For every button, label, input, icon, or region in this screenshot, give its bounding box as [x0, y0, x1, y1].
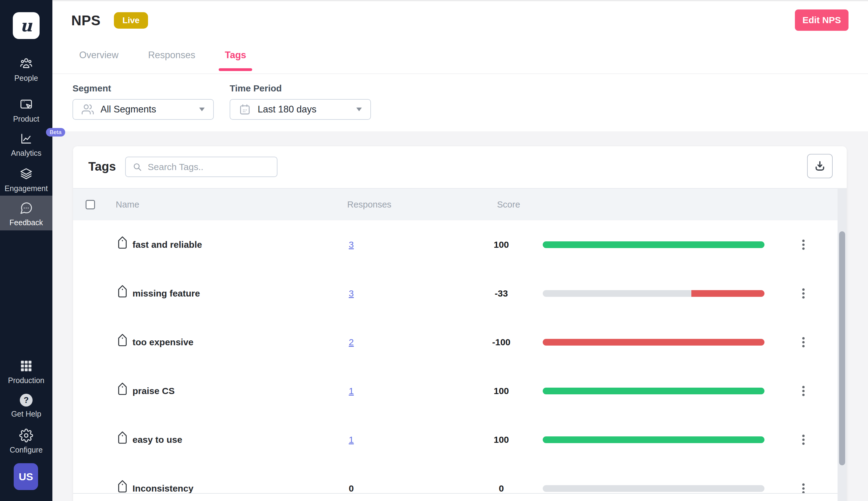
beta-badge: Beta: [46, 128, 65, 137]
tag-name: easy to use: [132, 415, 182, 464]
segment-filter: Segment All Segments: [73, 83, 214, 131]
product-icon: [19, 97, 33, 111]
sidebar-item-production[interactable]: Production: [0, 359, 52, 385]
tag-icon: [113, 382, 131, 399]
sidebar-item-label: Product: [0, 115, 52, 124]
column-header-responses: Responses: [347, 189, 391, 220]
content-area: Tags Name Responses Score fa: [52, 131, 868, 501]
score-bar-fill: [543, 339, 764, 345]
sidebar-item-label: Analytics: [0, 149, 52, 158]
tab-overview[interactable]: Overview: [79, 50, 119, 73]
tag-name: missing feature: [132, 269, 200, 318]
responses-count[interactable]: 1: [349, 366, 354, 415]
app-logo-glyph: u: [20, 16, 32, 35]
column-header-score: Score: [497, 189, 520, 220]
chevron-down-icon: [199, 108, 205, 111]
gear-icon: [19, 428, 33, 443]
sidebar-item-label: Production: [0, 376, 52, 385]
status-badge: Live: [114, 12, 148, 29]
page-header: NPS Live Edit NPS OverviewResponsesTags: [52, 1, 868, 74]
tag-name: fast and reliable: [132, 220, 202, 269]
score-value: 100: [480, 366, 523, 415]
tag-icon: [113, 430, 131, 448]
calendar-icon: [239, 103, 251, 116]
table-row[interactable]: praise CS 1 100: [73, 366, 847, 415]
table-header: Name Responses Score: [73, 188, 847, 220]
score-bar: [543, 290, 764, 297]
tag-search: [125, 157, 278, 177]
table-row[interactable]: fast and reliable 3 100: [73, 220, 847, 269]
sidebar-item-feedback[interactable]: Feedback: [0, 196, 52, 231]
score-bar-fill: [543, 241, 764, 248]
app-logo[interactable]: u: [13, 12, 40, 39]
edit-nps-button[interactable]: Edit NPS: [795, 9, 848, 31]
layers-icon: [19, 167, 33, 181]
chevron-down-icon: [356, 108, 362, 111]
responses-count[interactable]: 3: [349, 269, 354, 318]
sidebar-item-get-help[interactable]: ? Get Help: [0, 394, 52, 418]
score-bar: [543, 485, 764, 492]
time-period-label: Time Period: [230, 83, 371, 94]
workspace-avatar-label: US: [19, 471, 33, 483]
filter-bar: Segment All Segments Time Period Last 18…: [52, 74, 868, 131]
score-bar: [543, 339, 764, 345]
score-bar-fill: [543, 388, 764, 394]
sidebar-item-label: Engagement: [0, 184, 52, 193]
search-icon: [132, 161, 143, 172]
sidebar-item-label: Feedback: [0, 218, 52, 227]
sidebar-item-engagement[interactable]: Engagement: [0, 167, 52, 193]
segment-dropdown[interactable]: All Segments: [73, 99, 214, 120]
score-value: 100: [480, 220, 523, 269]
table-bottom-mask: [73, 494, 837, 501]
workspace-avatar[interactable]: US: [14, 463, 38, 490]
tag-name: praise CS: [132, 366, 174, 415]
score-value: -100: [480, 318, 523, 366]
sidebar-item-product[interactable]: Product: [0, 97, 52, 124]
users-icon: [82, 103, 94, 116]
card-title: Tags: [88, 160, 116, 173]
time-period-filter: Time Period Last 180 days: [230, 83, 371, 131]
tab-bar: OverviewResponsesTags: [79, 50, 275, 73]
tag-icon: [113, 333, 131, 351]
responses-count[interactable]: 3: [349, 220, 354, 269]
download-button[interactable]: [807, 154, 833, 178]
table-scrollbar-thumb[interactable]: [839, 231, 845, 465]
sidebar-item-analytics[interactable]: Beta Analytics: [0, 132, 52, 158]
responses-count[interactable]: 2: [349, 318, 354, 366]
search-input[interactable]: [148, 162, 271, 172]
time-period-dropdown[interactable]: Last 180 days: [230, 99, 371, 120]
responses-count[interactable]: 1: [349, 415, 354, 464]
table-row[interactable]: missing feature 3 -33: [73, 269, 847, 318]
tab-tags[interactable]: Tags: [225, 50, 246, 73]
row-menu-button[interactable]: [797, 384, 810, 398]
row-menu-button[interactable]: [797, 238, 810, 252]
row-menu-button[interactable]: [797, 335, 810, 349]
page-title: NPS: [71, 12, 100, 29]
select-all-checkbox[interactable]: [86, 200, 95, 209]
title-row: NPS Live: [71, 12, 148, 29]
people-icon: [19, 57, 33, 71]
chat-icon: [19, 201, 33, 215]
table-row[interactable]: easy to use 1 100: [73, 415, 847, 464]
table-row[interactable]: too expensive 2 -100: [73, 318, 847, 366]
row-menu-button[interactable]: [797, 433, 810, 446]
table-bottom-divider: [73, 493, 838, 494]
segment-value: All Segments: [100, 104, 199, 115]
score-bar-fill: [691, 290, 764, 297]
table-scrollbar-track[interactable]: [837, 188, 847, 501]
analytics-icon: Beta: [19, 132, 33, 146]
sidebar-item-label: Configure: [0, 446, 52, 454]
sidebar: u People Product Beta Analytics Engageme…: [0, 0, 52, 501]
sidebar-item-configure[interactable]: Configure: [0, 428, 52, 454]
row-menu-button[interactable]: [797, 287, 810, 300]
sidebar-item-label: People: [0, 74, 52, 83]
grid-icon: [19, 359, 33, 373]
download-icon: [813, 159, 826, 173]
score-value: -33: [480, 269, 523, 318]
sidebar-item-people[interactable]: People: [0, 57, 52, 83]
score-bar: [543, 388, 764, 394]
sidebar-item-label: Get Help: [0, 409, 52, 418]
tab-responses[interactable]: Responses: [148, 50, 195, 73]
time-period-value: Last 180 days: [258, 104, 356, 115]
score-bar-fill: [543, 436, 764, 443]
